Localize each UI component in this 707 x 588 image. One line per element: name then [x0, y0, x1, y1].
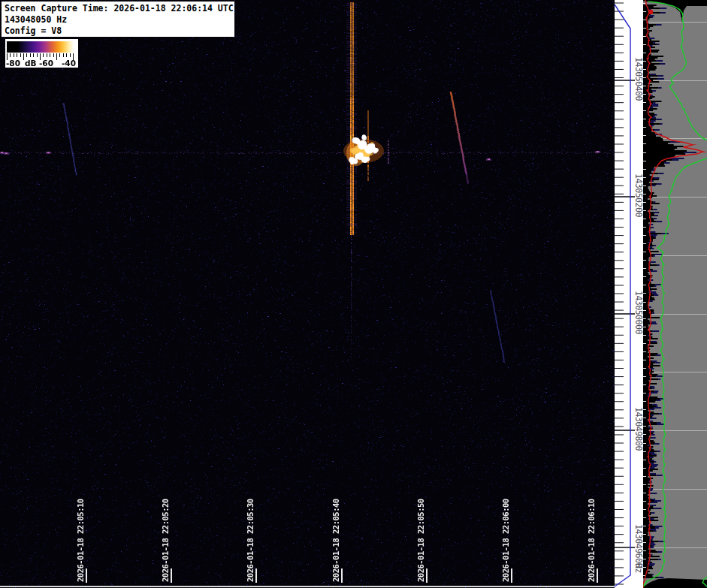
- frequency-span-bracket: [615, 5, 630, 586]
- config-text: Config = V8: [5, 26, 234, 37]
- time-axis-label: 2026-01-18 22:05:10: [76, 499, 85, 582]
- center-frequency-text: 143048050 Hz: [5, 14, 234, 26]
- info-box: Screen Capture Time: 2026-01-18 22:06:14…: [2, 2, 234, 37]
- frequency-axis-label: 143049600: [633, 524, 644, 568]
- db-unit-label: dB: [25, 59, 37, 68]
- time-axis-label: 2026-01-18 22:05:50: [416, 499, 425, 582]
- time-axis-label: 2026-01-18 22:05:30: [246, 499, 255, 582]
- time-axis-label: 2026-01-18 22:06:10: [587, 499, 596, 582]
- screen-capture-window: Screen Capture Time: 2026-01-18 22:06:14…: [0, 0, 707, 588]
- frequency-axis-label: 143050000: [633, 291, 644, 334]
- time-axis-label: 2026-01-18 22:05:40: [331, 499, 340, 582]
- frequency-axis-label: 143050400: [633, 57, 644, 101]
- db-label-mid: -60: [39, 59, 53, 68]
- time-axis-label: 2026-01-18 22:06:00: [501, 499, 510, 582]
- bottom-border-line: [0, 586, 615, 587]
- frequency-axis-label: 143049800: [633, 407, 644, 451]
- color-scale-legend: -80 dB -60 -40: [5, 39, 78, 68]
- frequency-unit-label: Hz: [633, 563, 644, 573]
- db-label-min: -80: [6, 59, 20, 68]
- color-gradient-bar: [7, 41, 76, 53]
- spectrogram-canvas: [0, 0, 615, 588]
- spectrum-panel-canvas: [643, 0, 707, 588]
- db-label-max: -40: [62, 59, 76, 68]
- time-axis-label: 2026-01-18 22:05:20: [161, 499, 170, 582]
- frequency-axis-label: 143050200: [633, 173, 644, 217]
- capture-time-text: Screen Capture Time: 2026-01-18 22:06:14…: [5, 3, 234, 14]
